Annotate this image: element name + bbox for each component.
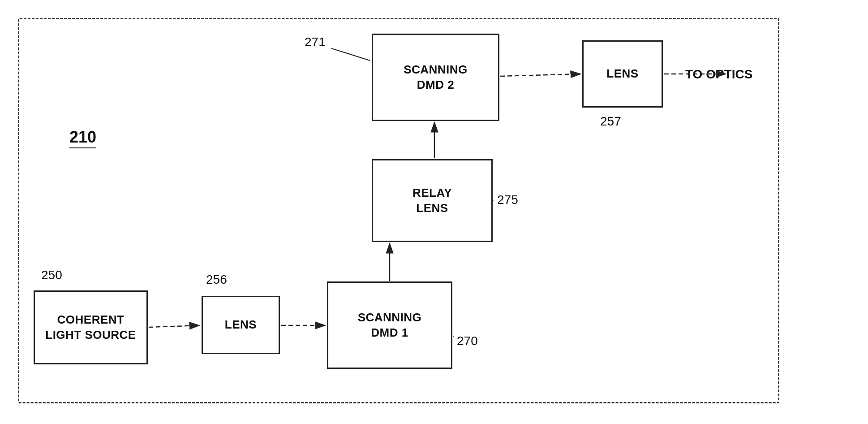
scanning-dmd-2-box: SCANNINGDMD 2 xyxy=(372,34,499,121)
lens-256-box: LENS xyxy=(202,296,280,354)
ref-250: 250 xyxy=(41,268,62,282)
ref-271: 271 xyxy=(305,35,326,49)
system-label: 210 xyxy=(69,128,96,148)
ref-257: 257 xyxy=(600,114,621,129)
ref-270: 270 xyxy=(457,334,478,348)
scanning-dmd-1-box: SCANNINGDMD 1 xyxy=(327,281,452,369)
ref-256: 256 xyxy=(206,273,227,287)
relay-lens-box: RELAYLENS xyxy=(372,159,493,242)
coherent-light-source-box: COHERENTLIGHT SOURCE xyxy=(34,290,148,364)
ref-275: 275 xyxy=(497,193,518,207)
to-optics-label: TO OPTICS xyxy=(685,67,752,82)
lens-257-box: LENS xyxy=(582,40,663,108)
